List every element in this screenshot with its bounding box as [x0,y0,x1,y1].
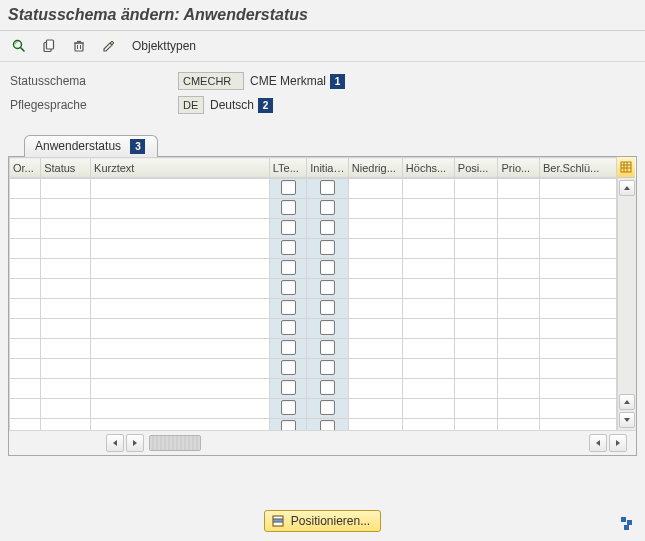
cell-initial[interactable] [307,399,349,419]
table-row[interactable] [10,259,617,279]
cell-kurztext[interactable] [91,339,270,359]
cell-ber[interactable] [540,279,617,299]
checkbox[interactable] [281,360,296,375]
cell-ber[interactable] [540,219,617,239]
edit-icon-button[interactable] [98,35,120,57]
cell-hoechst[interactable] [402,199,454,219]
cell-hoechst[interactable] [402,279,454,299]
cell-hoechst[interactable] [402,379,454,399]
checkbox[interactable] [320,420,335,430]
cell-or[interactable] [10,279,41,299]
scroll-left-end-button[interactable] [589,434,607,452]
cell-posi[interactable] [454,259,498,279]
cell-or[interactable] [10,179,41,199]
cell-niedrig[interactable] [348,199,402,219]
col-ber[interactable]: Ber.Schlü... [540,158,617,178]
checkbox[interactable] [281,220,296,235]
cell-or[interactable] [10,199,41,219]
cell-prio[interactable] [498,359,540,379]
cell-status[interactable] [41,179,91,199]
table-row[interactable] [10,399,617,419]
table-row[interactable] [10,239,617,259]
cell-ber[interactable] [540,179,617,199]
scroll-right-end-button[interactable] [609,434,627,452]
cell-initial[interactable] [307,419,349,431]
cell-prio[interactable] [498,319,540,339]
cell-status[interactable] [41,339,91,359]
cell-ber[interactable] [540,259,617,279]
cell-lte[interactable] [269,399,306,419]
vertical-scrollbar[interactable] [617,178,636,430]
cell-lte[interactable] [269,339,306,359]
hscroll-thumb[interactable] [149,435,201,451]
cell-prio[interactable] [498,179,540,199]
cell-kurztext[interactable] [91,179,270,199]
cell-status[interactable] [41,239,91,259]
cell-ber[interactable] [540,399,617,419]
tab-anwenderstatus[interactable]: Anwenderstatus 3 [24,135,158,157]
cell-posi[interactable] [454,279,498,299]
cell-or[interactable] [10,419,41,431]
checkbox[interactable] [281,420,296,430]
cell-posi[interactable] [454,339,498,359]
cell-initial[interactable] [307,359,349,379]
cell-or[interactable] [10,239,41,259]
cell-initial[interactable] [307,239,349,259]
checkbox[interactable] [281,320,296,335]
cell-prio[interactable] [498,299,540,319]
cell-ber[interactable] [540,359,617,379]
cell-status[interactable] [41,399,91,419]
cell-prio[interactable] [498,379,540,399]
cell-hoechst[interactable] [402,179,454,199]
table-configure-button[interactable] [617,157,635,178]
cell-niedrig[interactable] [348,179,402,199]
cell-prio[interactable] [498,199,540,219]
cell-lte[interactable] [269,259,306,279]
checkbox[interactable] [281,260,296,275]
cell-ber[interactable] [540,419,617,431]
cell-kurztext[interactable] [91,379,270,399]
table-row[interactable] [10,319,617,339]
table-row[interactable] [10,379,617,399]
cell-lte[interactable] [269,379,306,399]
cell-ber[interactable] [540,319,617,339]
checkbox[interactable] [281,280,296,295]
cell-ber[interactable] [540,379,617,399]
scroll-down-button[interactable] [619,394,635,410]
checkbox[interactable] [281,200,296,215]
cell-kurztext[interactable] [91,319,270,339]
cell-or[interactable] [10,359,41,379]
cell-kurztext[interactable] [91,219,270,239]
cell-initial[interactable] [307,339,349,359]
scroll-down-button2[interactable] [619,412,635,428]
cell-prio[interactable] [498,219,540,239]
cell-hoechst[interactable] [402,339,454,359]
cell-status[interactable] [41,259,91,279]
checkbox[interactable] [320,380,335,395]
cell-ber[interactable] [540,339,617,359]
checkbox[interactable] [320,400,335,415]
cell-prio[interactable] [498,399,540,419]
cell-prio[interactable] [498,419,540,431]
cell-prio[interactable] [498,259,540,279]
cell-or[interactable] [10,219,41,239]
cell-posi[interactable] [454,219,498,239]
cell-hoechst[interactable] [402,219,454,239]
cell-kurztext[interactable] [91,279,270,299]
cell-or[interactable] [10,399,41,419]
cell-kurztext[interactable] [91,239,270,259]
cell-niedrig[interactable] [348,379,402,399]
cell-kurztext[interactable] [91,199,270,219]
col-or[interactable]: Or... [10,158,41,178]
checkbox[interactable] [281,180,296,195]
scroll-right-button[interactable] [126,434,144,452]
col-lte[interactable]: LTe... [269,158,306,178]
checkbox[interactable] [320,220,335,235]
checkbox[interactable] [320,300,335,315]
scroll-up-button[interactable] [619,180,635,196]
checkbox[interactable] [320,320,335,335]
cell-prio[interactable] [498,239,540,259]
cell-or[interactable] [10,259,41,279]
cell-kurztext[interactable] [91,259,270,279]
cell-or[interactable] [10,339,41,359]
